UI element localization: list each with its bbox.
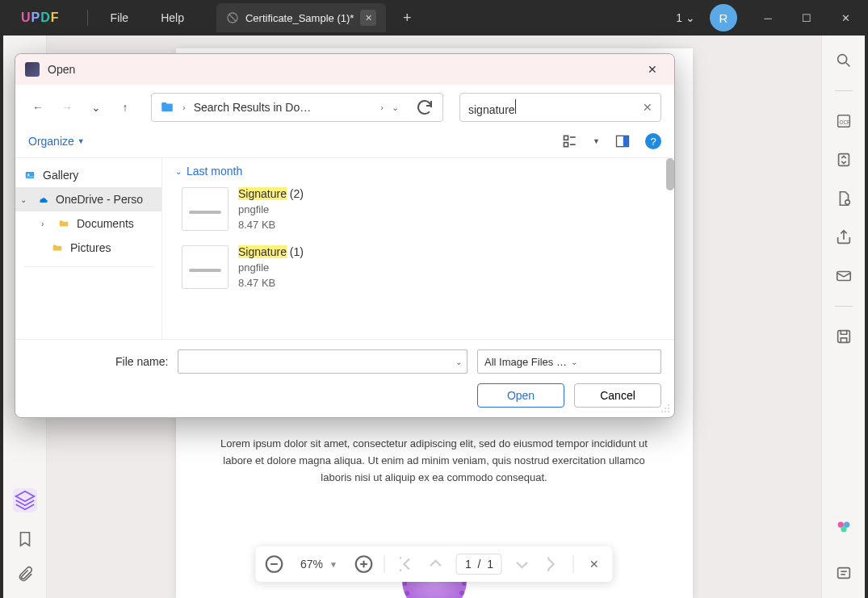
bookmark-icon[interactable]	[16, 530, 34, 548]
last-page-button[interactable]	[543, 554, 564, 575]
dialog-body: Gallery ⌄ OneDrive - Perso › Documents P…	[15, 157, 674, 339]
layers-icon[interactable]	[13, 488, 37, 512]
tab-close-button[interactable]: ✕	[360, 10, 376, 26]
chevron-down-icon[interactable]: ▼	[593, 137, 600, 145]
menu-file[interactable]: File	[94, 11, 145, 24]
sidebar: Gallery ⌄ OneDrive - Perso › Documents P…	[15, 158, 162, 339]
sidebar-item-gallery[interactable]: Gallery	[15, 163, 161, 187]
chevron-right-icon: ›	[380, 102, 384, 112]
tab-title: Certificate_Sample (1)*	[245, 12, 354, 24]
onedrive-icon	[36, 194, 49, 205]
user-avatar[interactable]: R	[710, 4, 737, 31]
file-item[interactable]: Signature (1) pngfile 8.47 KB	[175, 242, 661, 300]
new-tab-button[interactable]: +	[396, 6, 418, 29]
search-box[interactable]: signature ✕	[459, 93, 661, 122]
filename-input[interactable]: ⌄	[178, 349, 468, 374]
folder-icon	[51, 242, 64, 253]
save-icon[interactable]	[835, 328, 853, 345]
menu-help[interactable]: Help	[145, 11, 200, 24]
svg-point-36	[668, 411, 669, 412]
attachment-icon[interactable]	[16, 566, 34, 583]
address-bar[interactable]: › Search Results in Do… › ⌄	[151, 93, 443, 122]
file-item[interactable]: Signature (2) pngfile 8.47 KB	[175, 184, 661, 242]
right-rail: OCR	[821, 36, 865, 598]
dialog-toolbar: Organize ▼ ▼ ?	[15, 130, 674, 157]
svg-point-34	[661, 411, 663, 412]
first-page-button[interactable]	[395, 554, 416, 575]
refresh-button[interactable]	[415, 98, 434, 117]
certificate-body-text: Lorem ipsum dolor sit amet, consectetur …	[208, 436, 660, 486]
app-logo: UPDF	[21, 10, 60, 25]
prev-page-button[interactable]	[426, 554, 447, 575]
filename-label: File name:	[115, 355, 168, 368]
nav-recent-button[interactable]: ⌄	[86, 98, 106, 117]
file-list[interactable]: ⌄ Last month Signature (2) pngfile 8.47 …	[162, 158, 674, 339]
email-icon[interactable]	[835, 267, 853, 285]
separator	[23, 266, 153, 267]
file-name: Signature (2)	[238, 187, 304, 200]
file-type-filter[interactable]: All Image Files (*.jpg;*.jpeg;*.jpe ⌄	[477, 349, 661, 374]
svg-rect-28	[623, 136, 629, 146]
ocr-icon[interactable]: OCR	[835, 112, 853, 130]
sidebar-item-documents[interactable]: › Documents	[15, 211, 161, 236]
dialog-app-icon	[25, 62, 40, 77]
svg-rect-14	[837, 331, 849, 343]
zoom-in-button[interactable]	[354, 554, 375, 575]
close-toolbar-button[interactable]: ✕	[584, 554, 605, 575]
nav-up-button[interactable]: ↑	[115, 98, 135, 117]
svg-point-17	[841, 526, 846, 532]
convert-icon[interactable]	[835, 151, 853, 169]
group-header[interactable]: ⌄ Last month	[175, 161, 661, 184]
chevron-right-icon: ›	[182, 102, 186, 112]
dialog-titlebar: Open ✕	[15, 54, 674, 85]
window-minimize-button[interactable]: ─	[752, 3, 784, 32]
file-name: Signature (1)	[238, 245, 304, 258]
dialog-bottom: File name: ⌄ All Image Files (*.jpg;*.jp…	[15, 339, 674, 417]
dialog-close-button[interactable]: ✕	[640, 57, 665, 82]
svg-point-31	[668, 404, 669, 406]
svg-point-32	[665, 408, 666, 409]
share-icon[interactable]	[835, 228, 853, 246]
cancel-button[interactable]: Cancel	[574, 383, 661, 408]
search-clear-button[interactable]: ✕	[643, 101, 652, 114]
svg-rect-24	[564, 143, 568, 147]
next-page-button[interactable]	[512, 554, 533, 575]
window-maximize-button[interactable]: ☐	[790, 3, 823, 32]
search-input[interactable]: signature	[468, 99, 643, 116]
nav-back-button[interactable]: ←	[28, 98, 48, 117]
open-button[interactable]: Open	[477, 383, 564, 408]
zoom-out-button[interactable]	[263, 554, 284, 575]
zoom-level[interactable]: 67% ▼	[294, 558, 344, 571]
chevron-down-icon: ▼	[329, 560, 338, 569]
protect-icon[interactable]	[835, 190, 853, 207]
resize-grip[interactable]	[660, 403, 671, 414]
sidebar-item-onedrive[interactable]: ⌄ OneDrive - Perso	[15, 187, 161, 211]
svg-text:OCR: OCR	[839, 119, 851, 125]
organize-menu[interactable]: Organize ▼	[28, 135, 85, 148]
view-mode-button[interactable]	[562, 133, 578, 149]
folder-icon	[57, 218, 70, 229]
separator	[384, 555, 385, 573]
file-thumbnail	[182, 187, 229, 231]
user-count[interactable]: 1 ⌄	[676, 11, 695, 24]
separator	[835, 90, 853, 91]
nav-forward-button[interactable]: →	[57, 98, 77, 117]
search-icon[interactable]	[835, 52, 853, 69]
address-dropdown-button[interactable]: ⌄	[392, 102, 399, 113]
chevron-down-icon: ⌄	[455, 358, 462, 366]
help-button[interactable]: ?	[645, 133, 661, 149]
document-tab[interactable]: Certificate_Sample (1)* ✕	[216, 3, 386, 32]
gallery-icon	[23, 169, 36, 181]
scrollbar-thumb[interactable]	[666, 158, 674, 190]
svg-rect-23	[564, 136, 568, 140]
ai-assistant-icon[interactable]	[835, 517, 853, 535]
page-number-display[interactable]: 1 / 1	[456, 554, 502, 575]
chevron-down-icon: ⌄	[571, 358, 654, 366]
history-icon[interactable]	[835, 564, 853, 582]
folder-icon	[160, 100, 174, 115]
window-close-button[interactable]: ✕	[829, 3, 862, 32]
sidebar-item-pictures[interactable]: Pictures	[15, 236, 161, 260]
address-path: Search Results in Do…	[194, 101, 373, 114]
chevron-down-icon: ▼	[78, 137, 85, 145]
preview-pane-button[interactable]	[614, 133, 631, 149]
